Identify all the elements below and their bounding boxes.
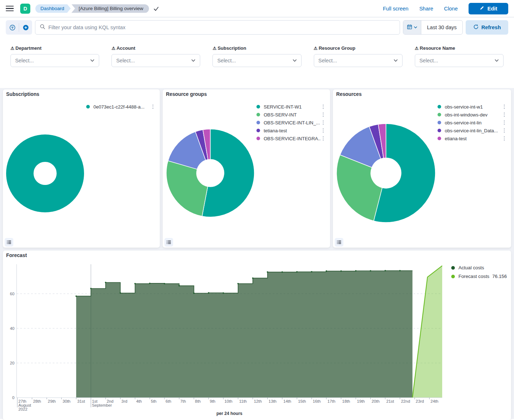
control-select[interactable]: Select... — [314, 54, 403, 67]
legend-item: OBS-SERVICE-INTEGRA... — [256, 134, 326, 142]
chevron-down-icon — [414, 24, 417, 31]
legend-actions-icon[interactable] — [502, 104, 507, 110]
chevron-down-icon — [191, 58, 196, 63]
legend-item: Actual costs — [451, 265, 507, 270]
legend-item: obs-service-int-w1 — [438, 103, 507, 111]
legend-actions-icon[interactable] — [502, 136, 507, 141]
legend-color-dot — [438, 105, 441, 109]
control-select[interactable]: Select... — [10, 54, 99, 67]
breadcrumb-dashboard[interactable]: Dashboard — [35, 4, 71, 13]
panel-title: Subscriptions — [6, 92, 39, 97]
add-filter-icon[interactable] — [19, 20, 32, 35]
svg-text:30th: 30th — [62, 399, 70, 403]
clone-button[interactable]: Clone — [444, 6, 458, 12]
space-avatar[interactable]: D — [20, 4, 30, 14]
legend-label[interactable]: etiana-test — [445, 136, 502, 141]
svg-text:2nd: 2nd — [107, 399, 114, 403]
legend-actions-icon[interactable] — [321, 120, 326, 125]
legend-label[interactable]: OBS-SERVICE-INT-LIN_... — [264, 120, 321, 125]
svg-text:20th: 20th — [372, 399, 379, 403]
legend-actions-icon[interactable] — [321, 112, 326, 118]
search-icon — [40, 24, 45, 31]
legend-item: SERVICE-INT-W1 — [256, 103, 326, 111]
kql-search-input[interactable] — [48, 25, 395, 30]
legend-actions-icon[interactable] — [502, 128, 507, 133]
svg-text:18th: 18th — [342, 399, 350, 403]
legend-label[interactable]: obs-service-int-lin — [445, 120, 502, 125]
date-picker-calendar-button[interactable] — [403, 21, 421, 34]
svg-text:29th: 29th — [48, 399, 56, 403]
forecast-chart[interactable]: 27thAugust202228th29th30th31st1stSeptemb… — [3, 261, 511, 420]
query-toolbar: Last 30 days Refresh — [0, 17, 514, 37]
legend-actions-icon[interactable] — [502, 112, 507, 118]
legend-label[interactable]: 0e073ec1-c22f-4488-a... — [93, 104, 150, 110]
legend-color-dot — [451, 266, 455, 270]
legend-item: obs-int-windows-dev — [438, 111, 507, 119]
legend-color-dot — [256, 137, 260, 140]
legend-label[interactable]: OBS-SERVICE-INTEGRA... — [264, 136, 321, 141]
panel-title: Resource groups — [166, 92, 207, 97]
refresh-button[interactable]: Refresh — [466, 20, 508, 35]
menu-hamburger-icon[interactable] — [6, 6, 14, 12]
legend-actions-icon[interactable] — [150, 104, 155, 110]
share-button[interactable]: Share — [419, 6, 433, 12]
control-select[interactable]: Select... — [415, 54, 504, 67]
legend-toggle-button[interactable] — [164, 238, 173, 247]
svg-text:19th: 19th — [357, 399, 365, 403]
control-label: ⚠Resource Name — [415, 45, 504, 51]
svg-text:15th: 15th — [298, 399, 306, 403]
control-subscription: ⚠SubscriptionSelect... — [212, 45, 301, 67]
svg-text:13th: 13th — [269, 399, 277, 403]
control-department: ⚠DepartmentSelect... — [10, 45, 99, 67]
saved-query-filter-icon[interactable] — [6, 20, 19, 35]
legend-color-dot — [451, 275, 455, 278]
legend-label[interactable]: SERVICE-INT-W1 — [264, 104, 321, 110]
legend-label[interactable]: Actual costs — [458, 265, 484, 270]
legend-item: obs-service-int-lin — [438, 119, 507, 127]
pie-legend: SERVICE-INT-W1OBS-SERV-INTOBS-SERVICE-IN… — [256, 103, 326, 142]
legend-label[interactable]: obs-int-windows-dev — [445, 112, 502, 118]
svg-text:60: 60 — [10, 292, 14, 296]
svg-text:September: September — [92, 403, 112, 407]
legend-item: obs-service-int-lin_Data... — [438, 127, 507, 134]
legend-toggle-button[interactable] — [5, 238, 13, 247]
legend-label[interactable]: OBS-SERV-INT — [264, 112, 321, 118]
select-placeholder: Select... — [217, 58, 236, 63]
forecast-area-chart: 27thAugust202228th29th30th31st1stSeptemb… — [3, 261, 511, 419]
date-range-value[interactable]: Last 30 days — [421, 21, 462, 34]
control-label-text: Account — [117, 45, 135, 51]
edit-button[interactable]: Edit — [469, 3, 508, 14]
svg-text:2022: 2022 — [18, 407, 27, 411]
panel-title: Resources — [336, 92, 362, 97]
legend-color-dot — [438, 113, 441, 116]
control-resource-name: ⚠Resource NameSelect... — [415, 45, 504, 67]
select-placeholder: Select... — [318, 58, 337, 63]
legend-actions-icon[interactable] — [321, 128, 326, 133]
legend-label[interactable]: obs-service-int-w1 — [445, 104, 502, 110]
saved-check-icon — [153, 6, 159, 12]
legend-actions-icon[interactable] — [321, 104, 326, 110]
control-select[interactable]: Select... — [212, 54, 301, 67]
control-select[interactable]: Select... — [111, 54, 200, 67]
legend-toggle-button[interactable] — [335, 238, 343, 247]
svg-text:3rd: 3rd — [122, 399, 127, 403]
svg-text:0: 0 — [12, 395, 14, 400]
svg-text:16th: 16th — [313, 399, 321, 403]
breadcrumb-current-page[interactable]: [Azure Billing] Billing overview — [71, 4, 149, 13]
legend-actions-icon[interactable] — [321, 136, 326, 141]
svg-text:12th: 12th — [254, 399, 262, 403]
panel-title: Forecast — [6, 253, 27, 258]
legend-color-dot — [438, 129, 441, 132]
legend-label[interactable]: Forecast costs — [458, 274, 489, 279]
legend-item: etiana-test — [438, 134, 507, 142]
full-screen-button[interactable]: Full screen — [383, 6, 408, 12]
legend-actions-icon[interactable] — [502, 120, 507, 125]
chevron-down-icon — [495, 58, 499, 63]
list-icon — [166, 239, 172, 245]
svg-text:22nd: 22nd — [401, 399, 410, 403]
legend-label[interactable]: tetiana-test — [264, 128, 321, 133]
control-label: ⚠Resource Group — [314, 45, 403, 51]
chevron-down-icon — [90, 58, 95, 63]
dashboard-controls: ⚠DepartmentSelect...⚠AccountSelect...⚠Su… — [0, 37, 514, 88]
legend-label[interactable]: obs-service-int-lin_Data... — [445, 128, 502, 133]
